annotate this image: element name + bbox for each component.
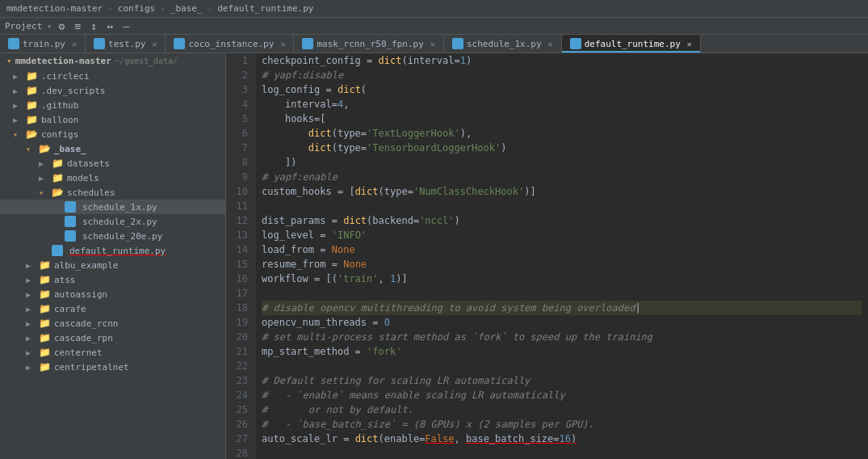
line-num-5: 5	[233, 112, 248, 126]
file-icon-schedule-2x	[65, 216, 76, 227]
line-num-9: 9	[233, 170, 248, 184]
file-icon-schedule-1x	[65, 201, 76, 213]
code-line-18: # disable opencv multithreading to avoid…	[262, 301, 862, 315]
code-line-9: # yapf:enable	[262, 170, 862, 184]
arrow-centernet: ▶	[26, 348, 36, 357]
line-num-25: 25	[233, 402, 248, 417]
code-editor[interactable]: 1 2 3 4 5 6 7 8 9 10 11 12 13 14 15 16 1…	[226, 53, 868, 459]
title-configs: configs	[118, 3, 155, 14]
title-file: default_runtime.py	[217, 3, 313, 14]
folder-icon-cascade-rpn: 📁	[39, 332, 51, 343]
code-line-3: log_config = dict(	[262, 82, 862, 97]
line-num-28: 28	[233, 446, 248, 459]
title-base: _base_	[170, 3, 203, 14]
label-default-runtime: default_runtime.py	[69, 246, 166, 256]
sidebar-item-centernet[interactable]: ▶ 📁 centernet	[0, 345, 225, 360]
tab-coco-label: coco_instance.py	[188, 39, 274, 49]
code-line-5: hooks=[	[262, 112, 862, 126]
arrow-centripetalnet: ▶	[26, 363, 36, 372]
folder-icon-centernet: 📁	[39, 347, 51, 358]
code-line-12: dist_params = dict(backend='nccl')	[262, 213, 862, 228]
tab-default-runtime-label: default_runtime.py	[585, 39, 681, 49]
code-line-2: # yapf:disable	[262, 68, 862, 82]
arrow-configs: ▾	[13, 130, 23, 139]
sidebar-item-balloon[interactable]: ▶ 📁 balloon	[0, 112, 225, 127]
sidebar-item-schedule-20e[interactable]: schedule_20e.py	[0, 229, 225, 243]
sidebar-item-cascade-rcnn[interactable]: ▶ 📁 cascade_rcnn	[0, 316, 225, 331]
toolbar-dropdown-icon[interactable]: ▾	[47, 22, 52, 31]
sidebar-item-schedule-1x[interactable]: schedule_1x.py	[0, 200, 225, 214]
label-schedule-20e: schedule_20e.py	[82, 231, 162, 242]
sidebar-item-schedules[interactable]: ▾ 📂 schedules	[0, 185, 225, 200]
sidebar-item-centripetalnet[interactable]: ▶ 📁 centripetalnet	[0, 360, 225, 374]
toolbar: Project ▾ ⚙ ≡ ↕ ↔ —	[0, 18, 868, 35]
code-line-19: opencv_num_threads = 0	[262, 315, 862, 330]
file-icon-schedule-20e	[65, 230, 76, 242]
line-num-27: 27	[233, 432, 248, 446]
folder-icon-circleci: 📁	[26, 70, 38, 82]
project-label: Project	[5, 21, 42, 32]
tab-test[interactable]: test.py ✕	[86, 35, 166, 53]
tab-default-runtime[interactable]: default_runtime.py ✕	[562, 35, 701, 53]
tab-coco-instance[interactable]: coco_instance.py ✕	[166, 35, 294, 53]
tab-mask-close[interactable]: ✕	[430, 40, 435, 48]
line-num-14: 14	[233, 242, 248, 257]
sidebar-item-cascade-rpn[interactable]: ▶ 📁 cascade_rpn	[0, 331, 225, 345]
sidebar-item-schedule-2x[interactable]: schedule_2x.py	[0, 214, 225, 229]
line-num-15: 15	[233, 257, 248, 272]
sidebar-item-carafe[interactable]: ▶ 📁 carafe	[0, 301, 225, 316]
sidebar-item-circleci[interactable]: ▶ 📁 .circleci	[0, 69, 225, 83]
code-line-26: # - `base_batch_size` = (8 GPUs) x (2 sa…	[262, 417, 862, 432]
tab-train-close[interactable]: ✕	[72, 40, 77, 48]
sidebar-item-datasets[interactable]: ▶ 📁 datasets	[0, 156, 225, 171]
tab-mask-rcnn[interactable]: mask_rcnn_r50_fpn.py ✕	[294, 35, 443, 53]
sidebar-item-albu-example[interactable]: ▶ 📁 albu_example	[0, 258, 225, 272]
sidebar-item-dev-scripts[interactable]: ▶ 📁 .dev_scripts	[0, 83, 225, 98]
folder-icon-centripetalnet: 📁	[39, 361, 51, 373]
tab-test-close[interactable]: ✕	[152, 40, 157, 48]
editor-content: 1 2 3 4 5 6 7 8 9 10 11 12 13 14 15 16 1…	[226, 53, 868, 459]
code-line-20: # set multi-process start method as `for…	[262, 330, 862, 344]
toolbar-list-icon[interactable]: ≡	[71, 19, 84, 32]
toolbar-settings-icon[interactable]: ⚙	[55, 19, 68, 32]
label-centripetalnet: centripetalnet	[54, 362, 129, 373]
label-cascade-rpn: cascade_rpn	[54, 333, 113, 343]
line-num-6: 6	[233, 126, 248, 141]
label-circleci: .circleci	[41, 71, 90, 82]
tab-schedule-1x[interactable]: schedule_1x.py ✕	[444, 35, 562, 53]
code-line-8: ])	[262, 155, 862, 170]
code-line-17	[262, 286, 862, 301]
tab-train[interactable]: train.py ✕	[0, 35, 86, 53]
sidebar-item-default-runtime[interactable]: default_runtime.py	[0, 243, 225, 258]
sidebar-item-autoassign[interactable]: ▶ 📁 autoassign	[0, 287, 225, 301]
arrow-schedules: ▾	[39, 188, 48, 197]
tab-schedule1x-close[interactable]: ✕	[548, 40, 553, 48]
folder-icon-albu: 📁	[39, 259, 51, 271]
sidebar-item-configs[interactable]: ▾ 📂 configs	[0, 127, 225, 141]
code-line-14: load_from = None	[262, 242, 862, 257]
label-base: _base_	[54, 144, 86, 154]
line-num-26: 26	[233, 417, 248, 432]
toolbar-close-icon[interactable]: —	[120, 19, 132, 32]
toolbar-expand-icon[interactable]: ↔	[103, 19, 116, 32]
tab-schedule1x-icon	[452, 38, 463, 49]
sidebar-item-atss[interactable]: ▶ 📁 atss	[0, 272, 225, 287]
folder-icon-schedules: 📂	[52, 187, 64, 198]
toolbar-project-section: Project ▾	[5, 21, 52, 32]
sidebar-item-base[interactable]: ▾ 📂 _base_	[0, 141, 225, 156]
toolbar-sort-icon[interactable]: ↕	[87, 19, 100, 32]
sidebar-item-github[interactable]: ▶ 📁 .github	[0, 98, 225, 112]
folder-icon-base: 📂	[39, 143, 51, 154]
tab-train-icon	[8, 38, 19, 49]
tab-coco-close[interactable]: ✕	[280, 40, 285, 48]
line-num-7: 7	[233, 141, 248, 155]
tab-train-label: train.py	[23, 39, 65, 49]
sidebar-item-models[interactable]: ▶ 📁 models	[0, 171, 225, 185]
code-line-10: custom_hooks = [dict(type='NumClassCheck…	[262, 184, 862, 199]
tab-default-runtime-close[interactable]: ✕	[687, 40, 692, 48]
arrow-carafe: ▶	[26, 305, 36, 314]
code-line-27: auto_scale_lr = dict(enable=False, base_…	[262, 432, 862, 446]
label-dev-scripts: .dev_scripts	[41, 86, 105, 96]
folder-icon-datasets: 📁	[52, 158, 64, 169]
label-schedule-2x: schedule_2x.py	[82, 217, 157, 227]
